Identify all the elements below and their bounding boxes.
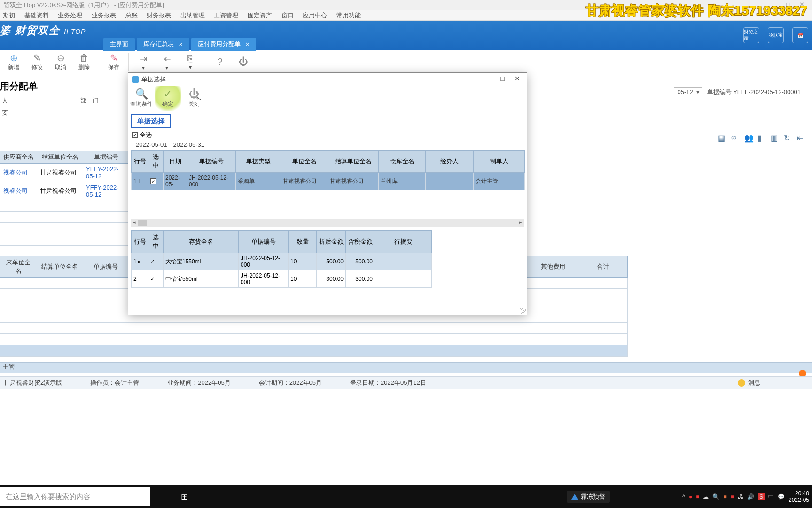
add-button[interactable]: ⊕新增 [2, 52, 25, 71]
menu-item[interactable]: 财务报表 [147, 12, 171, 19]
dialog-close[interactable]: ✕ [511, 75, 524, 82]
supplier-grid[interactable]: 供应商全名 结算单位全名 单据编号 视睿公司甘肃视睿公司YFFY-2022-05… [0, 151, 129, 257]
dialog-titlebar[interactable]: 单据选择 — □ ✕ [128, 73, 527, 86]
menu-item[interactable]: 工资管理 [214, 12, 238, 19]
dialog-minimize[interactable]: — [481, 75, 494, 82]
message-button[interactable]: 消息 [738, 379, 760, 387]
window-title: 贸双全IITop V22.0<S>-网络版（1用户） - [应付费用分配单] [4, 1, 164, 8]
menu-item[interactable]: 应用中心 [303, 12, 327, 19]
refresh-icon[interactable]: ↻ [784, 134, 793, 143]
close-icon[interactable]: ✕ [179, 41, 183, 48]
menu-item[interactable]: 总账 [125, 12, 138, 19]
dialog-maximize[interactable]: □ [496, 75, 509, 82]
scroll-left-icon[interactable]: ◂ [131, 219, 138, 227]
tab-main[interactable]: 主界面 [103, 38, 135, 51]
iot-icon[interactable]: 物联宝 [768, 27, 784, 43]
home-icon[interactable]: 财贸之家 [743, 27, 759, 43]
back-icon[interactable]: ⇤ [797, 134, 806, 143]
document-select-grid[interactable]: 行号 选中 日期 单据编号 单据类型 单位全名 结算单位全名 仓库全名 经办人 … [131, 150, 525, 190]
tray-network-icon[interactable]: 🖧 [738, 493, 743, 500]
text-cursor-icon: I [138, 178, 140, 184]
confirm-button[interactable]: ✓确定 ↖ [155, 86, 181, 111]
resize-grip[interactable] [520, 308, 526, 314]
tray-ime-lang[interactable]: 中 [768, 493, 774, 501]
menu-item[interactable]: 常用功能 [336, 12, 361, 19]
menu-item[interactable]: 期初 [3, 12, 15, 19]
col-docno: 单据编号 [83, 151, 129, 164]
tray-record-icon[interactable]: ● [689, 493, 692, 500]
menu-item[interactable]: 基础资料 [24, 12, 49, 19]
power-button[interactable]: ⏻ [232, 56, 255, 67]
watermark-text: 甘肃视睿管家婆软件 陶东1571933827 [586, 2, 807, 20]
date-range-text: 2022-05-01—2022-05-31 [128, 140, 527, 149]
horizontal-scrollbar[interactable]: ◂ ▸ [131, 219, 524, 227]
cancel-icon: ⊖ [49, 52, 72, 64]
save-button[interactable]: ✎保存 [102, 52, 125, 71]
tray-app2-icon[interactable]: ■ [723, 493, 726, 500]
row-indicator-icon: ▸ [138, 258, 141, 265]
tray-action-center-icon[interactable]: 💬 [778, 493, 785, 500]
cancel-button[interactable]: ⊖取消 [49, 52, 72, 71]
goods-detail-grid[interactable]: 行号 选中 存货全名 单据编号 数量 折后金额 含税金额 行摘要 1 ▸ ✓ 大… [131, 230, 432, 288]
plus-icon: ⊕ [2, 52, 25, 64]
select-all-checkbox[interactable]: ✓ 全选 [128, 130, 527, 140]
col-unit: 来单位全名 [0, 256, 37, 278]
tray-onedrive-icon[interactable]: ☁ [703, 493, 709, 500]
tray-chevron-icon[interactable]: ^ [682, 493, 685, 500]
weather-widget[interactable]: 霜冻预警 [567, 491, 610, 503]
row-checkbox[interactable]: ✓ [150, 258, 155, 265]
cortana-icon[interactable] [150, 485, 173, 508]
table-row[interactable]: 视睿公司甘肃视睿公司YFFY-2022-05-12 [0, 164, 129, 182]
tray-search-icon[interactable]: 🔍 [712, 493, 719, 500]
grid-icon[interactable]: ▦ [718, 134, 727, 143]
calc-icon[interactable]: ▥ [771, 134, 780, 143]
search-condition-button[interactable]: 🔍查询条件 [128, 86, 155, 111]
row-checkbox[interactable]: ✓ [150, 178, 156, 184]
save-icon: ✎ [102, 52, 125, 64]
tab-stock-summary[interactable]: 库存汇总表✕ [137, 38, 189, 51]
calendar-icon[interactable]: 📅 [792, 27, 808, 43]
app-logo: 婆 财贸双全 II TOP [0, 24, 86, 38]
table-row[interactable]: 2 ✓ 中怡宝550ml JH-2022-05-12-000 10 300.00… [132, 270, 432, 288]
export-dropdown[interactable]: ⇤▾ [155, 53, 179, 71]
menu-item[interactable]: 出纳管理 [180, 12, 205, 19]
close-icon[interactable]: ✕ [245, 41, 250, 48]
scroll-right-icon[interactable]: ▸ [517, 219, 524, 227]
date-picker[interactable]: 05-12 [674, 87, 702, 96]
help-button[interactable]: ? [208, 56, 232, 67]
tray-app-icon[interactable]: ■ [696, 493, 699, 500]
link-icon[interactable]: ∞ [731, 134, 741, 143]
taskbar-search[interactable]: 在这里输入你要搜索的内容 [0, 487, 150, 506]
menu-item[interactable]: 业务处理 [58, 12, 82, 19]
tray-ime-icon[interactable]: S [758, 493, 765, 500]
tray-volume-icon[interactable]: 🔊 [747, 493, 754, 500]
tray-app3-icon[interactable]: ■ [731, 493, 734, 500]
power-icon: ⏻ [232, 56, 255, 67]
delete-button[interactable]: 🗑删除 [72, 53, 96, 71]
edge-icon[interactable] [218, 485, 241, 508]
import-dropdown[interactable]: ⇥▾ [132, 53, 155, 71]
explorer-icon[interactable] [195, 485, 218, 508]
table-row[interactable]: 视睿公司甘肃视睿公司YFFY-2022-05-12 [0, 182, 129, 200]
scroll-thumb[interactable] [138, 220, 147, 226]
users-icon[interactable]: 👥 [744, 134, 754, 143]
biz-period: 业务期间：2022年05月 [167, 379, 230, 387]
app-banner: 甘肃视睿管家婆软件 陶东1571933827 婆 财贸双全 II TOP 主界面… [0, 21, 812, 50]
maker-row: 主管 [0, 362, 812, 373]
close-button[interactable]: ⏻关闭 [181, 86, 207, 111]
edit-button[interactable]: ✎修改 [25, 52, 49, 71]
task-view-icon[interactable]: ⊞ [173, 485, 195, 508]
operator: 操作员：会计主管 [90, 379, 139, 387]
tab-payable-alloc[interactable]: 应付费用分配单✕ [191, 38, 256, 51]
table-row[interactable]: 1 I ✓ 2022-05- JH-2022-05-12-000 采购单 甘肃视… [132, 173, 525, 190]
docno-label: 单据编号 [707, 88, 732, 95]
menu-item[interactable]: 窗口 [281, 12, 294, 19]
table-row[interactable]: 1 ▸ ✓ 大怡宝1550ml JH-2022-05-12-000 10 500… [132, 253, 432, 270]
copy-dropdown[interactable]: ⎘▾ [179, 53, 202, 71]
taskbar-clock[interactable]: 20:402022-05 [789, 490, 809, 503]
menu-item[interactable]: 业务报表 [92, 12, 116, 19]
list-icon[interactable]: ▮ [757, 134, 767, 143]
check-icon: ✓ [155, 88, 181, 100]
row-checkbox[interactable]: ✓ [150, 276, 155, 282]
menu-item[interactable]: 固定资产 [248, 12, 272, 19]
